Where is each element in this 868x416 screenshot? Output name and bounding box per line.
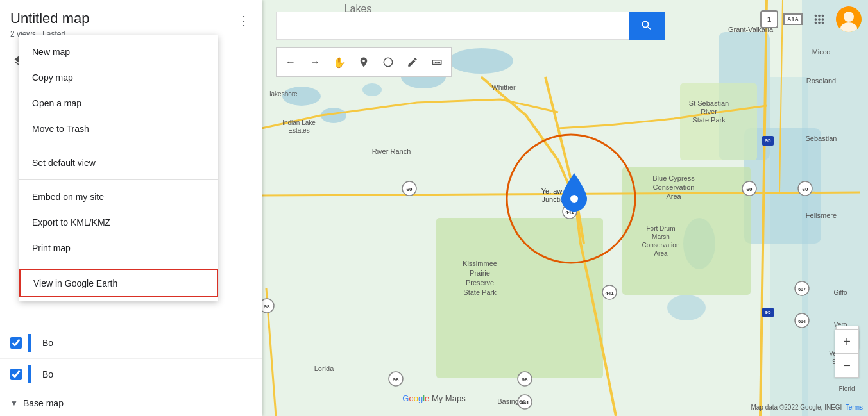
svg-text:Kissimmee: Kissimmee (463, 260, 497, 267)
layer-item-2: Bo (0, 359, 262, 390)
svg-text:Prairie: Prairie (470, 269, 490, 277)
svg-text:Estates: Estates (288, 127, 309, 134)
search-bar (276, 12, 665, 40)
svg-text:Area: Area (654, 250, 668, 257)
map-attribution: Map data ©2022 Google, INEGI Terms (751, 404, 863, 411)
layer-2-checkbox[interactable] (10, 369, 22, 380)
context-menu: New map Copy map Open a map Move to Tras… (19, 35, 218, 301)
menu-item-open-map[interactable]: Open a map (19, 90, 218, 116)
svg-point-4 (449, 48, 513, 74)
svg-text:Florid: Florid (838, 385, 855, 392)
menu-divider-1 (19, 146, 218, 146)
menu-item-set-default[interactable]: Set default view (19, 150, 218, 176)
layer-1-label: Bo (42, 338, 251, 348)
svg-text:Giffo: Giffo (834, 289, 847, 296)
svg-text:441: 441 (605, 290, 614, 296)
svg-text:State Park: State Park (692, 116, 726, 124)
svg-text:Area: Area (666, 192, 681, 200)
svg-text:98: 98 (522, 377, 528, 383)
layer-1-checkbox[interactable] (10, 337, 22, 349)
user-avatar[interactable] (836, 6, 862, 32)
google-apps-button[interactable] (808, 8, 831, 31)
svg-text:River Ranch: River Ranch (372, 147, 411, 155)
svg-text:lakeshore: lakeshore (269, 90, 298, 97)
svg-text:Conservation: Conservation (642, 242, 680, 249)
map-toolbar: ← → ✋ (276, 47, 452, 77)
svg-text:95: 95 (765, 138, 771, 144)
redo-button[interactable]: → (303, 51, 327, 74)
base-map-section[interactable]: ▼ Base map (0, 390, 262, 416)
draw-button[interactable] (377, 51, 400, 74)
attribution-text: Map data ©2022 Google, INEGI (751, 404, 842, 411)
layer-1-color-bar (28, 334, 31, 352)
svg-text:60: 60 (747, 187, 753, 192)
route-number: 1 (767, 15, 771, 23)
menu-item-new-map[interactable]: New map (19, 39, 218, 65)
svg-text:607: 607 (798, 287, 806, 292)
layer-2-label: Bo (42, 369, 251, 379)
svg-text:Blue Cypress: Blue Cypress (652, 174, 695, 182)
menu-item-export-kml[interactable]: Export to KML/KMZ (19, 210, 218, 235)
path-button[interactable] (401, 51, 424, 74)
svg-point-9 (667, 295, 706, 320)
search-button[interactable] (629, 12, 665, 40)
a1a-badge: A1A (783, 13, 803, 25)
top-right-controls: 1 A1A (760, 6, 862, 32)
a1a-label: A1A (787, 16, 799, 22)
more-options-button[interactable]: ⋮ (234, 10, 254, 31)
menu-item-view-earth[interactable]: View in Google Earth (19, 269, 218, 297)
marker-button[interactable] (352, 51, 375, 74)
svg-text:River: River (701, 108, 717, 115)
svg-point-93 (844, 12, 854, 22)
my-maps-label: My Maps (432, 394, 466, 403)
zoom-out-button[interactable]: − (835, 354, 858, 377)
terms-link[interactable]: Terms (846, 404, 863, 411)
route-1-badge: 1 (760, 10, 778, 28)
zoom-in-button[interactable]: + (835, 330, 858, 353)
layer-item-1: Bo (0, 328, 262, 359)
svg-text:Fort Drum: Fort Drum (647, 225, 676, 232)
undo-button[interactable]: ← (279, 51, 302, 74)
svg-text:Fellsmere: Fellsmere (806, 212, 837, 219)
svg-text:98: 98 (264, 304, 270, 310)
svg-text:Lorida: Lorida (314, 365, 334, 372)
svg-text:Marsh: Marsh (652, 233, 670, 240)
svg-text:Indian Lake: Indian Lake (282, 119, 316, 126)
pan-button[interactable]: ✋ (328, 51, 351, 74)
svg-text:Sebastian: Sebastian (806, 135, 837, 142)
svg-text:Whittier: Whittier (491, 83, 516, 91)
menu-divider-2 (19, 179, 218, 180)
svg-text:Conservation: Conservation (653, 183, 695, 191)
svg-rect-11 (770, 77, 808, 416)
zoom-controls: + − (835, 329, 859, 378)
measure-button[interactable] (425, 51, 448, 74)
google-branding: Google My Maps (402, 394, 465, 403)
svg-text:60: 60 (407, 187, 413, 192)
svg-point-91 (570, 195, 578, 203)
svg-text:State Park: State Park (463, 288, 497, 296)
svg-text:614: 614 (798, 319, 806, 324)
menu-divider-3 (19, 265, 218, 265)
menu-item-move-trash[interactable]: Move to Trash (19, 116, 218, 142)
svg-rect-12 (436, 218, 603, 378)
svg-text:60: 60 (803, 187, 808, 192)
base-map-label: Base map (23, 398, 64, 408)
svg-text:Micco: Micco (812, 48, 831, 56)
menu-item-embed[interactable]: Embed on my site (19, 184, 218, 210)
svg-text:Ye. aw: Ye. aw (541, 187, 563, 195)
svg-text:St Sebastian: St Sebastian (689, 99, 729, 107)
svg-point-5 (362, 83, 382, 96)
collapse-icon: ▼ (10, 399, 18, 408)
menu-item-print[interactable]: Print map (19, 235, 218, 261)
left-panel: Untitled map 2 views Lasted ... ⋮ New ma… (0, 0, 262, 416)
search-input[interactable] (276, 12, 629, 40)
menu-item-copy-map[interactable]: Copy map (19, 65, 218, 90)
svg-text:Preserve: Preserve (466, 279, 494, 287)
svg-text:98: 98 (393, 377, 399, 383)
svg-text:Roseland: Roseland (806, 77, 836, 85)
layer-2-color-bar (28, 365, 31, 383)
svg-text:Basinger: Basinger (497, 397, 525, 405)
svg-text:95: 95 (765, 310, 771, 315)
map-title: Untitled map (10, 10, 251, 27)
google-logo: Google (402, 394, 432, 403)
